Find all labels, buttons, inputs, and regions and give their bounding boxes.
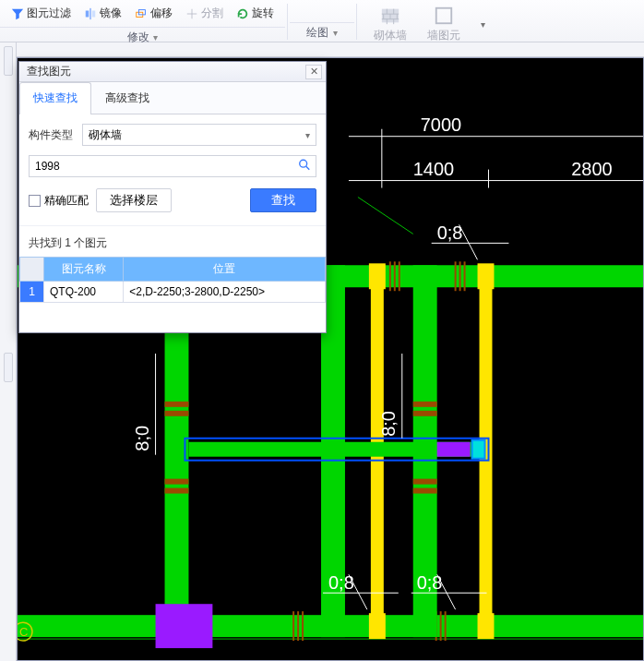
ann-bl: 0;8	[328, 572, 354, 593]
svg-rect-37	[413, 488, 437, 494]
filter-label: 图元过滤	[27, 6, 71, 21]
svg-rect-9	[478, 263, 495, 289]
svg-rect-40	[472, 440, 485, 459]
axis-label-c: C	[19, 625, 28, 639]
dialog-titlebar[interactable]: 查找图元 ✕	[19, 62, 326, 82]
col-rownum	[20, 258, 44, 282]
find-element-dialog: 查找图元 ✕ 快速查找 高级查找 构件类型 砌体墙 ▾ 精确匹配	[18, 61, 327, 333]
svg-rect-17	[369, 613, 386, 639]
ribbon-group-modify: 图元过滤 镜像 偏移 分割	[0, 2, 285, 45]
brick-wall-button: 砌体墙	[366, 4, 414, 45]
top-ruler	[17, 42, 644, 57]
dim-1400: 1400	[413, 159, 454, 179]
exact-match-label: 精确匹配	[44, 193, 89, 209]
svg-line-57	[306, 166, 310, 170]
svg-rect-8	[369, 263, 386, 289]
results-summary: 共找到 1 个图元	[19, 225, 326, 257]
svg-rect-34	[413, 402, 437, 407]
svg-rect-39	[437, 442, 471, 457]
split-label: 分割	[201, 6, 223, 21]
brick-wall-icon	[380, 6, 400, 26]
find-button[interactable]: 查找	[250, 188, 316, 212]
mirror-label: 镜像	[100, 6, 122, 21]
search-icon[interactable]	[298, 159, 311, 174]
left-ruler	[0, 42, 17, 661]
search-input[interactable]	[29, 155, 316, 177]
mirror-icon	[84, 7, 97, 20]
ribbon-overflow[interactable]: ▾	[473, 4, 493, 45]
ribbon-group-draw: 绘图 ▾	[290, 2, 354, 41]
svg-rect-42	[156, 604, 213, 648]
rail-handle[interactable]	[4, 353, 13, 382]
exact-match-checkbox[interactable]: 精确匹配	[29, 193, 89, 209]
svg-rect-35	[413, 411, 437, 416]
col-position[interactable]: 位置	[124, 258, 326, 282]
ann-v2: 8;0	[378, 411, 399, 437]
svg-rect-30	[165, 402, 189, 407]
dim-7000: 7000	[421, 114, 461, 135]
results-table: 图元名称 位置 1 QTQ-200 <2,D-2250;3-2800,D-225…	[19, 257, 326, 303]
chevron-down-icon: ▾	[481, 19, 485, 30]
draw-group-label: 绘图 ▾	[290, 22, 354, 41]
svg-rect-31	[165, 411, 189, 416]
select-floor-button[interactable]: 选择楼层	[96, 188, 172, 212]
chevron-down-icon[interactable]: ▾	[330, 28, 338, 38]
svg-rect-38	[188, 442, 473, 457]
tab-advanced-find[interactable]: 高级查找	[91, 82, 163, 114]
rotate-button[interactable]: 旋转	[233, 4, 278, 23]
component-type-label: 构件类型	[29, 127, 77, 143]
row-index: 1	[20, 282, 44, 303]
svg-rect-32	[165, 479, 189, 485]
checkbox-icon	[29, 195, 41, 207]
brick-wall-label: 砌体墙	[374, 28, 407, 43]
component-type-value: 砌体墙	[89, 127, 122, 143]
svg-rect-33	[165, 488, 189, 494]
wall-element-icon	[434, 6, 454, 26]
dialog-title: 查找图元	[27, 64, 71, 79]
svg-rect-36	[413, 479, 437, 485]
rotate-icon	[236, 7, 249, 20]
component-type-select[interactable]: 砌体墙 ▾	[82, 124, 316, 146]
ann-br: 0;8	[417, 572, 443, 593]
dialog-tabs: 快速查找 高级查找	[19, 82, 326, 114]
chevron-down-icon[interactable]: ▾	[151, 32, 159, 42]
close-icon: ✕	[310, 66, 318, 78]
offset-button[interactable]: 偏移	[131, 4, 176, 23]
split-button: 分割	[182, 4, 227, 23]
table-row[interactable]: 1 QTQ-200 <2,D-2250;3-2800,D-2250>	[20, 282, 326, 303]
chevron-down-icon: ▾	[305, 130, 310, 140]
offset-label: 偏移	[150, 6, 173, 21]
tab-quick-find[interactable]: 快速查找	[19, 82, 91, 114]
col-name[interactable]: 图元名称	[44, 258, 124, 282]
rail-handle[interactable]	[4, 46, 13, 76]
svg-rect-3	[436, 8, 452, 24]
ann-top: 0;8	[437, 222, 463, 243]
wall-element-button: 墙图元	[420, 4, 468, 45]
dim-2800: 2800	[571, 159, 612, 179]
split-icon	[185, 7, 198, 20]
close-button[interactable]: ✕	[305, 65, 322, 79]
rotate-label: 旋转	[252, 6, 274, 21]
offset-icon	[135, 7, 148, 20]
mirror-button[interactable]: 镜像	[80, 4, 125, 23]
wall-element-label: 墙图元	[427, 28, 460, 43]
row-name: QTQ-200	[44, 282, 124, 303]
row-position: <2,D-2250;3-2800,D-2250>	[124, 282, 326, 303]
svg-line-6	[358, 198, 413, 234]
svg-rect-18	[478, 613, 495, 639]
ann-v1: 8;0	[132, 426, 152, 451]
ribbon: 图元过滤 镜像 偏移 分割	[0, 0, 644, 42]
funnel-icon	[11, 7, 24, 20]
filter-button[interactable]: 图元过滤	[7, 4, 75, 23]
svg-point-56	[300, 160, 307, 167]
